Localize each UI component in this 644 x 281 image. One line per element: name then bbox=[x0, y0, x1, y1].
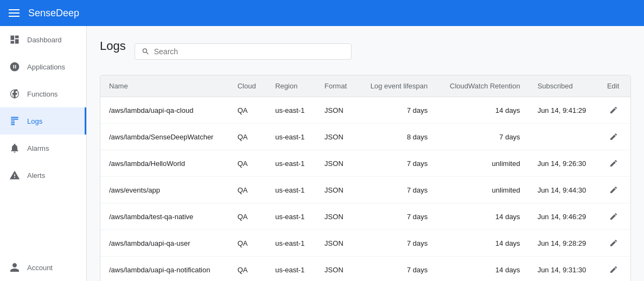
cell-cloud: QA bbox=[229, 150, 267, 177]
alarms-icon bbox=[9, 142, 21, 154]
cell-lifespan: 7 days bbox=[358, 230, 436, 257]
cell-cloud: QA bbox=[229, 124, 267, 150]
cell-retention: 14 days bbox=[436, 203, 528, 230]
logs-table: Name Cloud Region Format Log event lifes… bbox=[100, 75, 630, 281]
col-header-subscribed: Subscribed bbox=[529, 75, 598, 97]
edit-button[interactable] bbox=[607, 237, 620, 250]
sidebar-item-logs[interactable]: Logs bbox=[0, 107, 86, 135]
edit-button[interactable] bbox=[607, 210, 620, 223]
cell-name: /aws/lambda/uapi-qa-cloud bbox=[100, 97, 229, 124]
topbar: SenseDeep bbox=[0, 0, 644, 26]
search-box[interactable] bbox=[135, 43, 352, 60]
cell-region: us-east-1 bbox=[266, 177, 316, 203]
cell-retention: 14 days bbox=[436, 257, 528, 282]
title-row: Logs bbox=[100, 39, 631, 64]
cell-retention: 7 days bbox=[436, 124, 528, 150]
main-layout: Dashboard Applications f Functions Logs … bbox=[0, 26, 644, 281]
cell-name: /aws/lambda/uapi-qa-notification bbox=[100, 257, 229, 282]
sidebar-item-applications[interactable]: Applications bbox=[0, 53, 86, 80]
functions-icon: f bbox=[9, 88, 21, 100]
search-input[interactable] bbox=[154, 47, 345, 56]
cell-format: JSON bbox=[316, 124, 358, 150]
edit-button[interactable] bbox=[607, 263, 620, 276]
cell-subscribed: Jun 14, 9:26:30 bbox=[529, 150, 598, 177]
cell-format: JSON bbox=[316, 150, 358, 177]
cell-lifespan: 7 days bbox=[358, 177, 436, 203]
table-row: /aws/lambda/uapi-qa-user QA us-east-1 JS… bbox=[100, 230, 630, 257]
cell-edit bbox=[598, 124, 630, 150]
cell-format: JSON bbox=[316, 230, 358, 257]
cell-edit bbox=[598, 230, 630, 257]
cell-subscribed: Jun 14, 9:31:30 bbox=[529, 257, 598, 282]
cell-retention: 14 days bbox=[436, 97, 528, 124]
cell-subscribed: Jun 14, 9:41:29 bbox=[529, 97, 598, 124]
applications-icon bbox=[9, 61, 21, 73]
cell-subscribed: Jun 14, 9:28:29 bbox=[529, 230, 598, 257]
cell-edit bbox=[598, 150, 630, 177]
edit-button[interactable] bbox=[607, 130, 620, 143]
cell-subscribed: Jun 14, 9:46:29 bbox=[529, 203, 598, 230]
cell-retention: unlimited bbox=[436, 177, 528, 203]
col-header-retention: CloudWatch Retention bbox=[436, 75, 528, 97]
cell-lifespan: 7 days bbox=[358, 97, 436, 124]
cell-cloud: QA bbox=[229, 97, 267, 124]
sidebar-label-applications: Applications bbox=[27, 63, 65, 71]
cell-lifespan: 7 days bbox=[358, 150, 436, 177]
cell-format: JSON bbox=[316, 97, 358, 124]
col-header-cloud: Cloud bbox=[229, 75, 267, 97]
sidebar-item-alerts[interactable]: Alerts bbox=[0, 162, 86, 189]
cell-edit bbox=[598, 97, 630, 124]
col-header-edit: Edit bbox=[598, 75, 630, 97]
cell-name: /aws/events/app bbox=[100, 177, 229, 203]
cell-edit bbox=[598, 177, 630, 203]
table-row: /aws/events/app QA us-east-1 JSON 7 days… bbox=[100, 177, 630, 203]
alerts-icon bbox=[9, 169, 21, 181]
cell-region: us-east-1 bbox=[266, 230, 316, 257]
cell-edit bbox=[598, 203, 630, 230]
logs-table-container: Name Cloud Region Format Log event lifes… bbox=[100, 75, 631, 281]
cell-retention: unlimited bbox=[436, 150, 528, 177]
cell-lifespan: 7 days bbox=[358, 257, 436, 282]
search-icon bbox=[142, 47, 150, 56]
cell-cloud: QA bbox=[229, 257, 267, 282]
cell-subscribed: Jun 14, 9:44:30 bbox=[529, 177, 598, 203]
col-header-format: Format bbox=[316, 75, 358, 97]
cell-region: us-east-1 bbox=[266, 97, 316, 124]
table-row: /aws/lambda/SenseDeepWatcher QA us-east-… bbox=[100, 124, 630, 150]
logs-icon bbox=[9, 115, 21, 127]
cell-cloud: QA bbox=[229, 230, 267, 257]
cell-region: us-east-1 bbox=[266, 124, 316, 150]
sidebar-label-dashboard: Dashboard bbox=[27, 36, 62, 44]
sidebar-label-account: Account bbox=[27, 264, 53, 272]
sidebar-label-functions: Functions bbox=[27, 90, 58, 98]
cell-lifespan: 8 days bbox=[358, 124, 436, 150]
sidebar-item-account[interactable]: Account bbox=[0, 254, 86, 281]
table-header-row: Name Cloud Region Format Log event lifes… bbox=[100, 75, 630, 97]
edit-button[interactable] bbox=[607, 183, 620, 196]
cell-name: /aws/lambda/HelloWorld bbox=[100, 150, 229, 177]
dashboard-icon bbox=[9, 34, 21, 46]
edit-button[interactable] bbox=[607, 104, 620, 117]
cell-cloud: QA bbox=[229, 203, 267, 230]
sidebar-label-logs: Logs bbox=[27, 117, 42, 125]
sidebar-label-alarms: Alarms bbox=[27, 144, 49, 152]
table-row: /aws/lambda/uapi-qa-notification QA us-e… bbox=[100, 257, 630, 282]
col-header-lifespan: Log event lifespan bbox=[358, 75, 436, 97]
cell-region: us-east-1 bbox=[266, 150, 316, 177]
app-title: SenseDeep bbox=[28, 8, 79, 19]
sidebar-label-alerts: Alerts bbox=[27, 171, 45, 180]
col-header-name: Name bbox=[100, 75, 229, 97]
hamburger-button[interactable] bbox=[9, 9, 20, 17]
cell-subscribed bbox=[529, 124, 598, 150]
edit-button[interactable] bbox=[607, 157, 620, 170]
sidebar-item-alarms[interactable]: Alarms bbox=[0, 135, 86, 162]
page-title: Logs bbox=[100, 39, 126, 53]
cell-retention: 14 days bbox=[436, 230, 528, 257]
sidebar: Dashboard Applications f Functions Logs … bbox=[0, 26, 87, 281]
cell-format: JSON bbox=[316, 177, 358, 203]
cell-cloud: QA bbox=[229, 177, 267, 203]
sidebar-item-functions[interactable]: f Functions bbox=[0, 80, 86, 107]
cell-name: /aws/lambda/uapi-qa-user bbox=[100, 230, 229, 257]
table-row: /aws/lambda/HelloWorld QA us-east-1 JSON… bbox=[100, 150, 630, 177]
sidebar-item-dashboard[interactable]: Dashboard bbox=[0, 26, 86, 53]
